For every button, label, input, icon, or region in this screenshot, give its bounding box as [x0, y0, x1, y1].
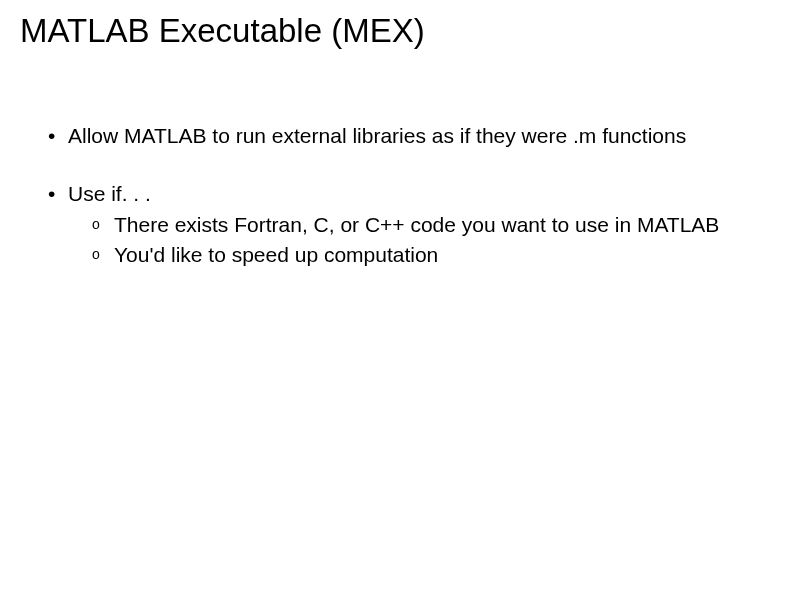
page-title: MATLAB Executable (MEX) [20, 12, 780, 50]
list-item-text: You'd like to speed up computation [114, 243, 438, 266]
list-item-text: There exists Fortran, C, or C++ code you… [114, 213, 719, 236]
list-item: Allow MATLAB to run external libraries a… [40, 122, 760, 150]
bullet-list: Allow MATLAB to run external libraries a… [40, 122, 760, 269]
content-area: Allow MATLAB to run external libraries a… [20, 122, 780, 269]
list-item: You'd like to speed up computation [86, 241, 760, 269]
sub-bullet-list: There exists Fortran, C, or C++ code you… [68, 211, 760, 270]
slide: MATLAB Executable (MEX) Allow MATLAB to … [0, 0, 800, 600]
list-item: There exists Fortran, C, or C++ code you… [86, 211, 760, 239]
list-item: Use if. . . There exists Fortran, C, or … [40, 180, 760, 269]
list-item-text: Use if. . . [68, 182, 151, 205]
list-item-text: Allow MATLAB to run external libraries a… [68, 124, 686, 147]
